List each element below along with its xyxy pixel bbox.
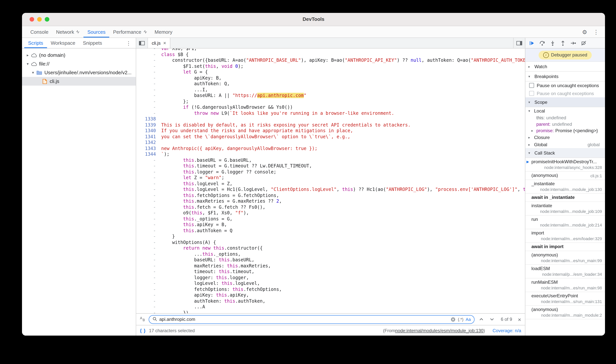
- line-gutter[interactable]: -: [136, 292, 161, 298]
- code-line[interactable]: - ...this._options,: [136, 251, 525, 257]
- call-stack-frame[interactable]: importnode:internal/m...esm/loader:329: [525, 229, 605, 243]
- settings-icon[interactable]: ⚙: [582, 29, 587, 35]
- scope-variable[interactable]: this:undefined: [525, 114, 605, 121]
- breakpoints-section-header[interactable]: ▾ Breakpoints: [525, 72, 605, 81]
- call-stack-frame[interactable]: runnode:internal/m...module_job:214: [525, 216, 605, 229]
- pretty-print-icon[interactable]: { }: [140, 328, 146, 333]
- editor-tab-clijs[interactable]: cli.js ×: [148, 38, 170, 48]
- line-gutter[interactable]: 1343: [136, 146, 161, 152]
- line-gutter[interactable]: -: [136, 269, 161, 275]
- line-gutter[interactable]: -: [136, 157, 161, 163]
- tree-item[interactable]: ▾Users/jinhuilee/.nvm/versions/node/v2..…: [22, 68, 136, 77]
- line-gutter[interactable]: -: [136, 193, 161, 198]
- line-gutter[interactable]: -: [136, 87, 161, 93]
- line-gutter[interactable]: -: [136, 198, 161, 204]
- line-gutter[interactable]: -: [136, 93, 161, 99]
- code-line[interactable]: - authToken: this.authToken,: [136, 298, 525, 304]
- tab-network[interactable]: Network: [52, 26, 84, 38]
- code-line[interactable]: - $F1.set(this, void 0);: [136, 64, 525, 69]
- navigator-tab-snippets[interactable]: Snippets: [79, 38, 106, 48]
- line-gutter[interactable]: -: [136, 104, 161, 110]
- navigator-more-icon[interactable]: ⋮: [126, 40, 136, 46]
- line-gutter[interactable]: -: [136, 275, 161, 281]
- code-line[interactable]: - this.timeout = G.timeout ?? Lw.DEFAULT…: [136, 163, 525, 169]
- line-gutter[interactable]: 1340: [136, 128, 161, 134]
- breakpoint-option[interactable]: Pause on uncaught exceptions: [525, 81, 605, 89]
- call-stack-frame[interactable]: (anonymous)node:internal/m...es/run_main…: [525, 251, 605, 265]
- search-input[interactable]: [159, 317, 448, 322]
- match-case-toggle[interactable]: Aa: [466, 317, 471, 322]
- code-line[interactable]: 1341you can set the \`dangerouslyAllowBr…: [136, 134, 525, 140]
- scope-variable[interactable]: parent:undefined: [525, 121, 605, 127]
- code-line[interactable]: - logger: this.logger,: [136, 275, 525, 281]
- code-line[interactable]: - throw new L9(`It looks like you're run…: [136, 110, 525, 116]
- clear-search-icon[interactable]: [451, 317, 456, 322]
- titlebar[interactable]: DevTools: [22, 13, 605, 26]
- code-line[interactable]: - timeout: this.timeout,: [136, 269, 525, 275]
- code-editor[interactable]: -var Xs0, $F1,-class $B {- constructor({…: [136, 49, 525, 313]
- line-gutter[interactable]: -: [136, 181, 161, 187]
- code-line[interactable]: - this.apiKey = B,: [136, 222, 525, 228]
- line-gutter[interactable]: -: [136, 304, 161, 310]
- line-gutter[interactable]: -: [136, 251, 161, 257]
- tree-item[interactable]: ▸(no domain): [22, 51, 136, 59]
- call-stack-frame[interactable]: executeUserEntryPointnode:internal/m...s…: [525, 292, 605, 306]
- step-button[interactable]: [571, 40, 576, 46]
- search-field[interactable]: (.*) Aa: [149, 315, 475, 324]
- line-gutter[interactable]: -: [136, 64, 161, 69]
- code-line[interactable]: 1340If you understand the risks and have…: [136, 128, 525, 134]
- coverage-link[interactable]: Coverage: n/a: [492, 328, 521, 333]
- previous-match-icon[interactable]: [477, 318, 485, 321]
- source-mapped-link[interactable]: node:internal/modules/esm/module_job:130: [395, 328, 484, 333]
- close-window-button[interactable]: [29, 17, 34, 22]
- tree-item[interactable]: ▾file://: [22, 59, 136, 68]
- line-gutter[interactable]: 1342: [136, 140, 161, 146]
- line-gutter[interactable]: -: [136, 298, 161, 304]
- line-gutter[interactable]: -: [136, 310, 161, 313]
- code-line[interactable]: - fetchOptions: this.fetchOptions,: [136, 286, 525, 292]
- step-into-button[interactable]: [550, 40, 555, 46]
- line-gutter[interactable]: -: [136, 281, 161, 286]
- code-line[interactable]: - this.authToken = Q: [136, 228, 525, 234]
- code-line[interactable]: - this.fetch = G.fetch ?? Fs0(),: [136, 204, 525, 210]
- next-match-icon[interactable]: [488, 318, 496, 321]
- code-line[interactable]: - maxRetries: this.maxRetries,: [136, 263, 525, 269]
- code-line[interactable]: - withOptions(A) {: [136, 240, 525, 246]
- scope-group-closure[interactable]: ▸Closure: [525, 134, 605, 141]
- code-line[interactable]: 1338: [136, 116, 525, 122]
- tree-item[interactable]: cli.js: [22, 77, 136, 86]
- line-gutter[interactable]: -: [136, 169, 161, 175]
- line-gutter[interactable]: -: [136, 216, 161, 222]
- call-stack-frame[interactable]: ▶promiseInitHookWithDestroyTr...node:int…: [525, 158, 605, 172]
- call-stack-frame[interactable]: await in _instantiate: [525, 194, 605, 202]
- code-line[interactable]: 1339This is disabled by default, as it r…: [136, 122, 525, 128]
- call-stack-frame[interactable]: runMainESMnode:internal/m...es/run_main:…: [525, 278, 605, 292]
- call-stack-frame[interactable]: (anonymous)node:internal/m...main_module…: [525, 306, 605, 319]
- code-line[interactable]: - constructor({baseURL: A=ao("ANTHROPIC_…: [136, 58, 525, 64]
- code-line[interactable]: - logLevel: this.logLevel,: [136, 281, 525, 286]
- step-out-button[interactable]: [560, 40, 566, 46]
- line-gutter[interactable]: -: [136, 240, 161, 246]
- code-line[interactable]: - this.logger = G.logger ?? console;: [136, 169, 525, 175]
- line-gutter[interactable]: -: [136, 81, 161, 87]
- checkbox-icon[interactable]: [529, 91, 534, 96]
- regex-toggle[interactable]: (.*): [458, 317, 463, 322]
- scope-group-local[interactable]: ▾Local: [525, 107, 605, 114]
- line-gutter[interactable]: -: [136, 210, 161, 216]
- call-stack-frame[interactable]: loadESMnode:internal/p.../esm_loader:34: [525, 265, 605, 278]
- disclosure-arrow-icon[interactable]: ▸: [25, 53, 30, 57]
- checkbox-icon[interactable]: [529, 83, 534, 88]
- code-line[interactable]: - authToken: Q,: [136, 81, 525, 87]
- line-gutter[interactable]: 1339: [136, 122, 161, 128]
- code-line[interactable]: - };: [136, 99, 525, 104]
- code-line[interactable]: - baseURL: A || "https://api.anthropic.c…: [136, 93, 525, 99]
- watch-section-header[interactable]: ▸ Watch: [525, 62, 605, 72]
- line-gutter[interactable]: -: [136, 75, 161, 81]
- line-gutter[interactable]: -: [136, 187, 161, 193]
- code-line[interactable]: 1343new Anthropic({ apiKey, dangerouslyA…: [136, 146, 525, 152]
- line-gutter[interactable]: -: [136, 222, 161, 228]
- call-stack-frame[interactable]: instantiatenode:internal/m...module_job:…: [525, 202, 605, 216]
- close-tab-icon[interactable]: ×: [163, 40, 166, 45]
- code-line[interactable]: - apiKey: this.apiKey,: [136, 292, 525, 298]
- line-gutter[interactable]: -: [136, 257, 161, 263]
